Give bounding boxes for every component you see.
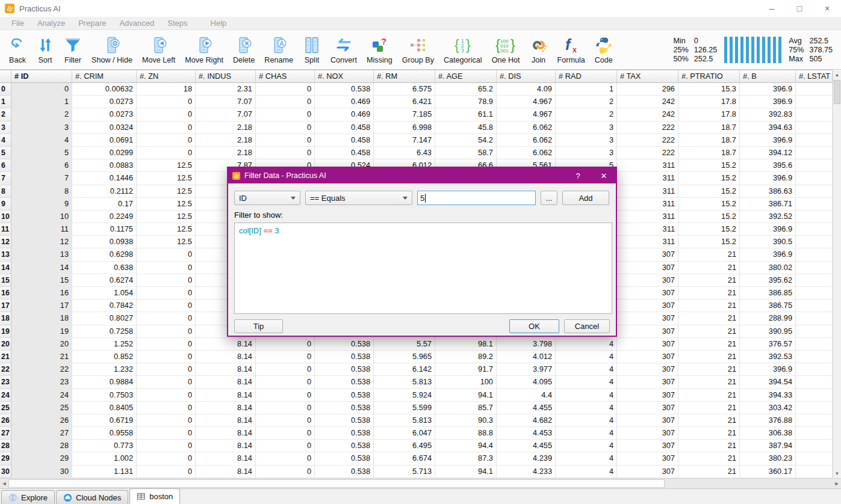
cell-id[interactable]: 0	[11, 83, 72, 96]
cell-tax[interactable]: 307	[617, 338, 678, 351]
menu-item-prepare[interactable]: Prepare	[72, 17, 113, 30]
cell-chas[interactable]: 0	[256, 389, 315, 402]
cell-lstat[interactable]	[796, 223, 833, 236]
cell-b[interactable]: 396.9	[740, 134, 796, 147]
cell-age[interactable]: 89.2	[435, 351, 497, 363]
cell-b[interactable]: 396.9	[740, 363, 796, 376]
cell-zn[interactable]: 0	[137, 312, 196, 325]
cell-zn[interactable]: 0	[137, 147, 196, 159]
cell-lstat[interactable]	[796, 159, 833, 172]
cell-zn[interactable]: 0	[137, 466, 196, 478]
cell-ptratio[interactable]: 21	[678, 414, 740, 427]
cell-age[interactable]: 58.7	[435, 147, 497, 159]
cell-crim[interactable]: 0.773	[72, 440, 137, 452]
cell-id[interactable]: 26	[11, 414, 72, 427]
cell-indus[interactable]: 8.14	[196, 338, 256, 351]
cell-id[interactable]: 17	[11, 300, 72, 312]
cell-lstat[interactable]	[796, 363, 833, 376]
column-header-id[interactable]: # ID	[11, 70, 72, 83]
cell-indus[interactable]: 8.14	[196, 402, 256, 414]
cell-crim[interactable]: 0.1175	[72, 223, 137, 236]
row-header[interactable]: 20	[0, 338, 11, 351]
cell-tax[interactable]: 307	[617, 452, 678, 465]
cell-lstat[interactable]	[796, 402, 833, 414]
cell-zn[interactable]: 0	[137, 440, 196, 452]
cell-crim[interactable]: 0.00632	[72, 83, 137, 96]
toolbar-button-convert[interactable]: Convert	[326, 34, 362, 66]
cell-crim[interactable]: 0.8405	[72, 402, 137, 414]
cell-ptratio[interactable]: 17.8	[678, 96, 740, 108]
cell-rm[interactable]: 6.495	[374, 440, 435, 452]
cell-tax[interactable]: 242	[617, 96, 678, 108]
cell-indus[interactable]: 8.14	[196, 389, 256, 402]
cell-tax[interactable]: 307	[617, 376, 678, 389]
cell-rm[interactable]: 6.047	[374, 427, 435, 440]
cell-zn[interactable]: 0	[137, 134, 196, 147]
cell-ptratio[interactable]: 21	[678, 376, 740, 389]
filter-operator-select[interactable]: == Equals	[305, 191, 412, 205]
cell-nox[interactable]: 0.458	[315, 147, 374, 159]
cell-ptratio[interactable]: 21	[678, 452, 740, 465]
cell-b[interactable]: 392.83	[740, 108, 796, 121]
cell-id[interactable]: 12	[11, 236, 72, 248]
cell-ptratio[interactable]: 21	[678, 466, 740, 478]
cell-id[interactable]: 18	[11, 312, 72, 325]
cell-rm[interactable]: 5.965	[374, 351, 435, 363]
cell-ptratio[interactable]: 15.2	[678, 185, 740, 198]
column-header-age[interactable]: #. AGE	[435, 70, 497, 83]
cell-b[interactable]: 386.71	[740, 198, 796, 211]
cell-tax[interactable]: 307	[617, 427, 678, 440]
cell-lstat[interactable]	[796, 325, 833, 338]
toolbar-button-delete[interactable]: Delete	[228, 34, 259, 66]
cell-rad[interactable]: 3	[556, 121, 617, 134]
toolbar-button-move-right[interactable]: Move Right	[180, 34, 228, 66]
cell-crim[interactable]: 0.17	[72, 198, 137, 211]
cell-dis[interactable]: 4.967	[497, 96, 556, 108]
cell-id[interactable]: 5	[11, 147, 72, 159]
cell-crim[interactable]: 0.7503	[72, 389, 137, 402]
row-header[interactable]: 5	[0, 147, 11, 159]
cell-ptratio[interactable]: 21	[678, 427, 740, 440]
cell-tax[interactable]: 222	[617, 121, 678, 134]
row-header[interactable]: 17	[0, 300, 11, 312]
column-header-tax[interactable]: # TAX	[617, 70, 678, 83]
cell-zn[interactable]: 0	[137, 363, 196, 376]
vertical-scroll-thumb[interactable]	[834, 80, 840, 104]
cell-dis[interactable]: 6.062	[497, 121, 556, 134]
cell-zn[interactable]: 0	[137, 248, 196, 261]
cell-tax[interactable]: 307	[617, 312, 678, 325]
menu-item-file[interactable]: File	[5, 17, 31, 30]
cell-crim[interactable]: 0.638	[72, 262, 137, 274]
cell-rm[interactable]: 7.185	[374, 108, 435, 121]
cell-chas[interactable]: 0	[256, 96, 315, 108]
cell-indus[interactable]: 8.14	[196, 427, 256, 440]
cell-nox[interactable]: 0.538	[315, 376, 374, 389]
cell-tax[interactable]: 307	[617, 363, 678, 376]
cell-id[interactable]: 22	[11, 363, 72, 376]
cell-id[interactable]: 25	[11, 402, 72, 414]
cell-age[interactable]: 100	[435, 376, 497, 389]
cell-ptratio[interactable]: 15.2	[678, 236, 740, 248]
column-header-rad[interactable]: # RAD	[556, 70, 617, 83]
row-header[interactable]: 12	[0, 236, 11, 248]
cell-zn[interactable]: 12.5	[137, 236, 196, 248]
cell-chas[interactable]: 0	[256, 466, 315, 478]
horizontal-scrollbar[interactable]: ◄ ►	[0, 478, 841, 488]
toolbar-button-filter[interactable]: Filter	[59, 34, 87, 66]
cell-id[interactable]: 11	[11, 223, 72, 236]
cell-zn[interactable]: 0	[137, 376, 196, 389]
cell-b[interactable]: 394.63	[740, 121, 796, 134]
cell-indus[interactable]: 8.14	[196, 363, 256, 376]
cell-lstat[interactable]	[796, 262, 833, 274]
cell-rm[interactable]: 6.998	[374, 121, 435, 134]
cell-crim[interactable]: 1.054	[72, 287, 137, 300]
cell-rm[interactable]: 5.924	[374, 389, 435, 402]
cell-crim[interactable]: 0.1446	[72, 172, 137, 185]
cell-id[interactable]: 28	[11, 440, 72, 452]
cell-b[interactable]: 394.12	[740, 147, 796, 159]
cell-tax[interactable]: 307	[617, 414, 678, 427]
cell-rad[interactable]: 4	[556, 402, 617, 414]
cell-id[interactable]: 4	[11, 134, 72, 147]
cell-age[interactable]: 45.8	[435, 121, 497, 134]
cell-rm[interactable]: 5.57	[374, 338, 435, 351]
